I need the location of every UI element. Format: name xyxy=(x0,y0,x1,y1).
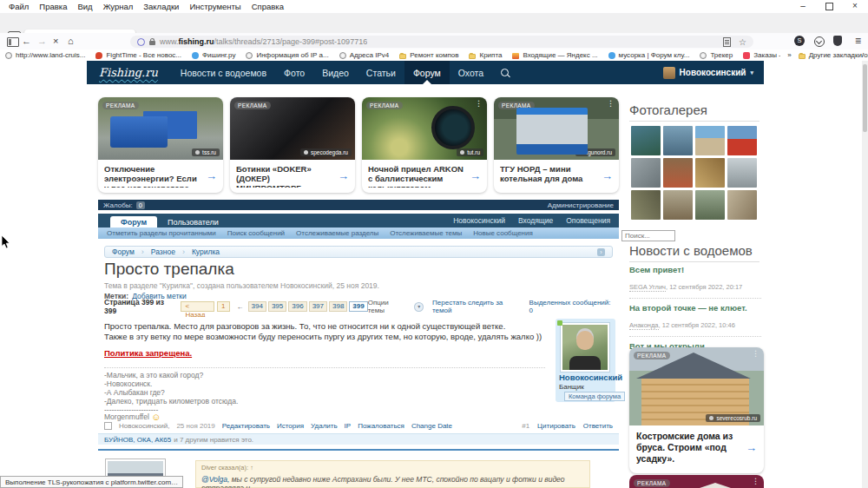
arrow-right-icon[interactable]: → xyxy=(746,442,757,453)
menu-file[interactable]: Файл xyxy=(3,2,34,11)
menu-tools[interactable]: Инструменты xyxy=(184,2,246,11)
kebab-menu-icon[interactable]: ⋮ xyxy=(607,99,615,108)
breadcrumb-kurilka[interactable]: Курилка xyxy=(192,247,220,256)
gallery-thumbnail[interactable] xyxy=(727,158,757,188)
subnav-mark-read[interactable]: Отметить разделы прочитанными xyxy=(107,229,216,237)
gallery-thumbnail[interactable] xyxy=(663,190,693,220)
inbox-link[interactable]: Входящие xyxy=(518,216,553,225)
menu-history[interactable]: Журнал xyxy=(98,2,139,11)
ip-link[interactable]: IP xyxy=(345,422,352,430)
subnav-watched-forums[interactable]: Отслеживаемые разделы xyxy=(296,229,378,237)
prev-page-button[interactable]: < Назад xyxy=(181,301,214,312)
tab-forum[interactable]: Форум xyxy=(110,216,157,228)
gallery-thumbnail[interactable] xyxy=(631,126,661,155)
history-link[interactable]: История xyxy=(277,422,304,430)
kebab-menu-icon[interactable]: ⋮ xyxy=(475,99,483,108)
url-bar[interactable]: www.fishing.ru/talks/threads/2713/page-3… xyxy=(130,36,753,48)
bookmark[interactable]: Фишинг.ру xyxy=(192,51,235,59)
menu-edit[interactable]: Правка xyxy=(34,2,72,11)
bookmark[interactable]: Информация об IP а... xyxy=(246,51,328,59)
news-title-link[interactable]: На второй точке — не клюет. xyxy=(629,303,761,313)
admin-link[interactable]: Администрирование xyxy=(548,201,614,209)
mention-link[interactable]: @Volga, xyxy=(201,475,229,484)
bookmark-star-icon[interactable]: ☆ xyxy=(739,37,746,47)
reply-link[interactable]: Ответить xyxy=(583,422,613,430)
bookmark[interactable]: Трекер xyxy=(700,51,733,59)
stop-button[interactable]: × xyxy=(53,36,58,46)
arrow-right-icon[interactable]: → xyxy=(206,171,217,181)
bookmark[interactable]: мусорка | Форум клу... xyxy=(608,51,690,59)
subnav-watched-threads[interactable]: Отслеживаемые темы xyxy=(390,229,462,237)
scrollbar[interactable] xyxy=(862,61,868,488)
gallery-thumbnail[interactable] xyxy=(695,126,725,155)
arrow-right-icon[interactable]: → xyxy=(338,171,349,181)
bookmark[interactable]: Адреса IPv4 xyxy=(339,51,390,59)
thread-options-caret-icon[interactable]: ▾ xyxy=(414,302,424,312)
breadcrumb-forum[interactable]: Форум xyxy=(112,247,135,256)
back-button[interactable]: ← xyxy=(22,36,31,46)
report-link[interactable]: Пожаловаться xyxy=(358,422,404,430)
menu-bookmarks[interactable]: Закладки xyxy=(138,2,184,11)
bookmark-folder[interactable]: Крипта xyxy=(469,51,502,59)
subnav-search-posts[interactable]: Поиск сообщений xyxy=(227,229,285,237)
home-button[interactable]: ⌂ xyxy=(68,36,74,46)
breadcrumb-jump-icon[interactable]: › xyxy=(597,248,605,256)
gallery-thumbnail[interactable] xyxy=(727,126,757,155)
thread-options-label[interactable]: Опции темы xyxy=(368,299,406,314)
page-398-button[interactable]: 398 xyxy=(329,301,347,312)
gallery-thumbnail[interactable] xyxy=(727,190,757,220)
current-page-button[interactable]: 399 xyxy=(349,301,367,312)
user-name-link[interactable]: Новокосинский xyxy=(559,373,622,382)
gallery-thumbnail[interactable] xyxy=(663,126,693,155)
news-title-link[interactable]: Всем привет! xyxy=(629,265,761,274)
arrow-right-icon[interactable]: → xyxy=(470,171,481,181)
maximize-button[interactable] xyxy=(816,0,842,13)
subnav-new-posts[interactable]: Новые сообщения xyxy=(473,229,533,237)
avatar[interactable] xyxy=(561,323,609,372)
extension-s-icon[interactable]: S xyxy=(794,36,805,46)
scrollbar-thumb[interactable] xyxy=(863,64,867,132)
menu-help[interactable]: Справка xyxy=(247,2,289,11)
page-1-button[interactable]: 1 xyxy=(217,301,229,312)
ad-card-generator[interactable]: РЕКЛАМА tss.ru Отключение электроэнергии… xyxy=(98,97,223,193)
kebab-menu-icon[interactable]: ⋮ xyxy=(752,477,760,485)
nav-hunting[interactable]: Охота xyxy=(450,61,492,84)
ad-card-boiler[interactable]: РЕКЛАМА ⋮ tgunord.ru ТГУ НОРД – мини кот… xyxy=(494,97,619,193)
site-logo[interactable]: Fishing.ru xyxy=(99,66,158,79)
quote-link[interactable]: Цитировать xyxy=(537,422,575,430)
gallery-thumbnail[interactable] xyxy=(631,158,661,188)
page-397-button[interactable]: 397 xyxy=(309,301,327,312)
bookmark[interactable]: FightTime - Все новос... xyxy=(95,51,181,59)
minimize-button[interactable]: – xyxy=(790,0,816,13)
likes-users-link[interactable]: БУЙНОВ, ОКА, АК65 xyxy=(104,436,171,444)
breadcrumb-misc[interactable]: Разное xyxy=(151,247,175,256)
reader-mode-icon[interactable] xyxy=(723,37,731,47)
header-search-button[interactable] xyxy=(492,61,517,84)
bookmark-folder[interactable]: Ремонт компов xyxy=(399,51,458,59)
other-bookmarks[interactable]: Другие закладки xyxy=(799,51,862,59)
delete-link[interactable]: Удалить xyxy=(311,422,338,430)
page-396-button[interactable]: 396 xyxy=(288,301,306,312)
tab-users[interactable]: Пользователи xyxy=(157,216,229,228)
bookmarks-overflow-chevron[interactable]: » xyxy=(787,51,791,59)
close-button[interactable]: × xyxy=(842,0,868,13)
nav-photo[interactable]: Фото xyxy=(275,61,313,84)
ad-card-boots[interactable]: РЕКЛАМА specodegda.ru Ботинки «DOKER» (Д… xyxy=(230,97,355,193)
page-395-button[interactable]: 395 xyxy=(268,301,286,312)
quick-search-input[interactable] xyxy=(621,230,675,241)
sidebar-ad-house[interactable]: РЕКЛАМА ⋮ severecosrub.ru Костромские до… xyxy=(629,347,764,473)
page-394-button[interactable]: 394 xyxy=(248,301,266,312)
post-author-link[interactable]: Новокосинский, xyxy=(119,422,169,430)
nav-articles[interactable]: Статьи xyxy=(358,61,404,84)
nav-news[interactable]: Новости с водоемов xyxy=(172,61,275,84)
shield-extension-icon[interactable] xyxy=(833,36,842,46)
nav-forum[interactable]: Форум xyxy=(404,61,450,84)
pocket-icon[interactable] xyxy=(814,36,825,47)
gallery-thumbnail[interactable] xyxy=(695,158,725,188)
forward-button[interactable]: → xyxy=(37,36,47,46)
news-author-link[interactable]: Анаконда xyxy=(629,321,659,330)
arrow-right-icon[interactable]: → xyxy=(602,171,613,181)
alerts-link[interactable]: Оповещения xyxy=(566,216,610,225)
bookmark[interactable]: Входящие — Яндекс ... xyxy=(512,51,597,59)
ad-card-scope[interactable]: РЕКЛАМА ⋮ tut.ru Ночной прицел ARKON с б… xyxy=(362,97,487,193)
